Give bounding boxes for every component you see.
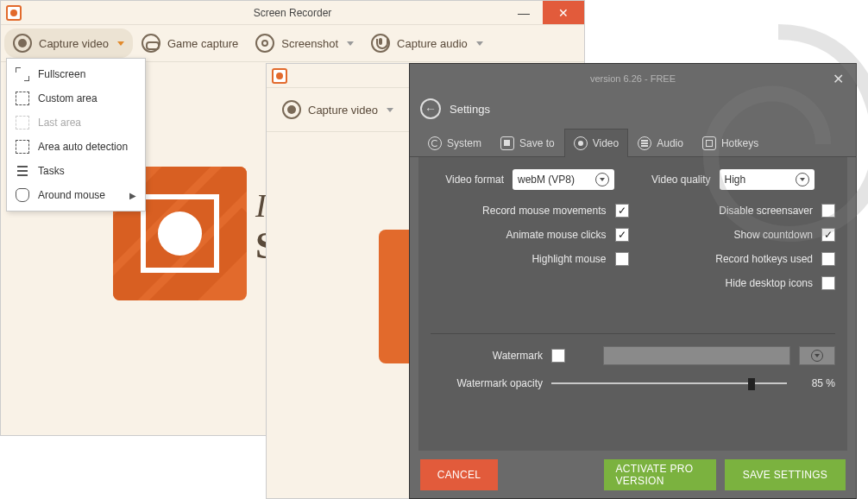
auto-detect-icon <box>16 140 29 154</box>
camera-icon <box>255 34 274 53</box>
watermark-opacity-slider[interactable] <box>551 376 787 391</box>
tasks-icon <box>16 164 29 178</box>
dropdown-label: Area auto detection <box>38 141 128 153</box>
select-value: High <box>725 174 746 186</box>
dropdown-item-fullscreen[interactable]: Fullscreen <box>7 62 145 86</box>
record-mouse-checkbox[interactable] <box>615 204 629 218</box>
disable-screensaver-checkbox[interactable] <box>821 204 835 218</box>
watermark-checkbox[interactable] <box>551 349 565 363</box>
video-quality-row: Video quality High <box>638 169 836 190</box>
dropdown-item-last-area: Last area <box>7 111 145 135</box>
mouse-icon <box>16 188 29 202</box>
settings-heading: Settings <box>450 103 490 116</box>
record-icon <box>282 100 301 119</box>
video-format-select[interactable]: webM (VP8) <box>513 169 614 190</box>
watermark-row: Watermark <box>431 346 835 365</box>
record-hotkeys-checkbox[interactable] <box>821 252 835 266</box>
tab-save-to[interactable]: Save to <box>491 129 564 157</box>
show-countdown-checkbox[interactable] <box>821 228 835 242</box>
video-format-label: Video format <box>431 174 513 186</box>
save-settings-button[interactable]: SAVE SETTINGS <box>725 459 846 490</box>
capture-video-button[interactable]: Capture video <box>274 95 402 124</box>
back-button[interactable]: ← <box>420 98 441 119</box>
settings-footer: CANCEL ACTIVATE PRO VERSION SAVE SETTING… <box>410 451 856 499</box>
disable-screensaver-label: Disable screensaver <box>719 205 813 217</box>
record-hotkeys-row: Record hotkeys used <box>638 252 836 266</box>
record-icon <box>13 34 32 53</box>
activate-pro-button[interactable]: ACTIVATE PRO VERSION <box>604 459 717 490</box>
close-button[interactable]: ✕ <box>543 1 584 24</box>
video-quality-label: Video quality <box>638 174 720 186</box>
video-quality-select[interactable]: High <box>720 169 815 190</box>
toolbar-label: Game capture <box>167 37 238 50</box>
capture-video-button[interactable]: Capture video <box>4 28 133 58</box>
titlebar: Screen Recorder — ✕ <box>1 1 584 25</box>
chevron-down-icon <box>347 41 354 46</box>
game-capture-button[interactable]: Game capture <box>133 28 247 58</box>
divider <box>431 333 835 334</box>
capture-video-dropdown: Fullscreen Custom area Last area Area au… <box>6 58 146 212</box>
watermark-browse-button <box>799 346 835 365</box>
version-label: version 6.26 - FREE <box>590 73 676 84</box>
record-hotkeys-label: Record hotkeys used <box>715 253 813 265</box>
dropdown-item-around-mouse[interactable]: Around mouse ▶ <box>7 183 145 207</box>
settings-heading-row: ← Settings <box>410 93 856 124</box>
hotkeys-icon <box>702 136 716 150</box>
watermark-path-field <box>603 346 790 365</box>
capture-audio-button[interactable]: Capture audio <box>362 28 492 58</box>
show-countdown-row: Show countdown <box>638 228 836 242</box>
tab-label: Hotkeys <box>721 137 758 149</box>
tab-label: Video <box>593 137 619 149</box>
submenu-arrow-icon: ▶ <box>129 191 136 200</box>
dropdown-label: Last area <box>38 117 81 129</box>
app-icon <box>272 68 287 84</box>
dropdown-icon <box>811 350 823 362</box>
dropdown-item-custom-area[interactable]: Custom area <box>7 86 145 111</box>
tab-audio[interactable]: Audio <box>628 129 693 157</box>
watermark-opacity-value: 85 % <box>796 377 835 389</box>
app-icon <box>6 5 22 21</box>
watermark-opacity-label: Watermark opacity <box>431 377 543 389</box>
settings-tabs: System Save to Video Audio Hotkeys <box>410 128 856 157</box>
screenshot-button[interactable]: Screenshot <box>247 28 362 58</box>
settings-titlebar: version 6.26 - FREE ✕ <box>410 64 856 93</box>
cancel-button[interactable]: CANCEL <box>420 459 498 490</box>
tab-system[interactable]: System <box>418 129 491 157</box>
save-icon <box>500 136 514 150</box>
last-area-icon <box>16 116 29 129</box>
gamepad-icon <box>142 34 160 53</box>
video-format-row: Video format webM (VP8) <box>431 169 629 190</box>
minimize-button[interactable]: — <box>505 1 543 24</box>
window-title: Screen Recorder <box>254 7 332 19</box>
highlight-mouse-checkbox[interactable] <box>615 252 629 266</box>
highlight-mouse-row: Highlight mouse <box>431 252 629 266</box>
watermark-opacity-row: Watermark opacity 85 % <box>431 376 835 391</box>
toolbar-label: Screenshot <box>281 37 338 50</box>
tab-video[interactable]: Video <box>564 129 628 157</box>
settings-body: Video format webM (VP8) Video quality Hi… <box>418 157 847 451</box>
dropdown-label: Custom area <box>38 92 97 104</box>
dropdown-icon <box>796 173 809 186</box>
animate-clicks-checkbox[interactable] <box>615 228 629 242</box>
hide-icons-label: Hide desktop icons <box>726 277 813 289</box>
watermark-label: Watermark <box>431 350 543 362</box>
microphone-icon <box>371 34 390 53</box>
dropdown-item-tasks[interactable]: Tasks <box>7 159 145 183</box>
disable-screensaver-row: Disable screensaver <box>638 204 836 218</box>
select-value: webM (VP8) <box>518 174 575 186</box>
tab-hotkeys[interactable]: Hotkeys <box>693 129 768 157</box>
video-icon <box>574 136 588 150</box>
animate-clicks-row: Animate mouse clicks <box>431 228 629 242</box>
tab-label: Save to <box>519 137 555 149</box>
record-mouse-row: Record mouse movements <box>431 204 629 218</box>
hide-icons-checkbox[interactable] <box>821 276 835 290</box>
show-countdown-label: Show countdown <box>734 229 813 241</box>
close-button[interactable]: ✕ <box>827 67 849 91</box>
dropdown-item-area-auto[interactable]: Area auto detection <box>7 135 145 159</box>
dropdown-label: Around mouse <box>38 189 105 201</box>
toolbar-label: Capture video <box>39 37 109 50</box>
chevron-down-icon <box>117 41 124 46</box>
dropdown-label: Fullscreen <box>38 68 85 80</box>
custom-area-icon <box>16 92 29 105</box>
hide-icons-row: Hide desktop icons <box>638 276 836 290</box>
